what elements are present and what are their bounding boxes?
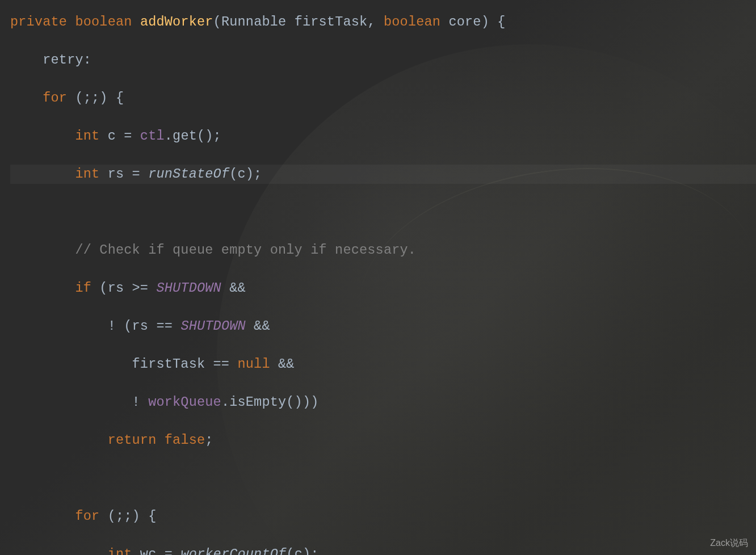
code-line[interactable]: firstTask == null && <box>10 355 756 374</box>
code-line[interactable]: // Check if queue empty only if necessar… <box>10 241 756 260</box>
code-line[interactable]: for (;;) { <box>10 507 756 526</box>
code-line[interactable]: int c = ctl.get(); <box>10 127 756 146</box>
code-line[interactable]: return false; <box>10 431 756 450</box>
code-line-blank[interactable] <box>10 203 756 222</box>
code-block[interactable]: private boolean addWorker(Runnable first… <box>0 0 756 555</box>
code-line[interactable]: private boolean addWorker(Runnable first… <box>10 12 756 32</box>
code-line[interactable]: ! workQueue.isEmpty())) <box>10 393 756 412</box>
code-line[interactable]: if (rs >= SHUTDOWN && <box>10 279 756 298</box>
code-line[interactable]: for (;;) { <box>10 89 756 108</box>
code-line[interactable]: ! (rs == SHUTDOWN && <box>10 317 756 336</box>
code-line-highlighted[interactable]: int rs = runStateOf(c); <box>10 165 756 184</box>
code-line-blank[interactable] <box>10 469 756 488</box>
code-line[interactable]: retry: <box>10 51 756 70</box>
code-line[interactable]: int wc = workerCountOf(c); <box>10 545 756 555</box>
